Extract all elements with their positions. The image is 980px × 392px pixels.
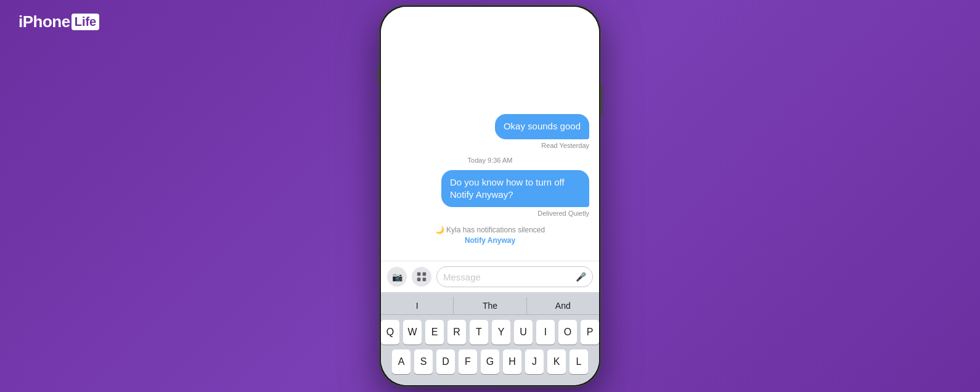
brand-logo: iPhone Life	[18, 12, 99, 31]
key-h[interactable]: H	[503, 349, 521, 374]
brand-life-text: Life	[75, 15, 97, 28]
key-g[interactable]: G	[481, 349, 499, 374]
camera-icon[interactable]: 📷	[387, 267, 407, 287]
key-r[interactable]: R	[447, 320, 466, 345]
apps-icon[interactable]	[412, 267, 431, 287]
silence-text: 🌙 Kyla has notifications silenced	[435, 226, 545, 234]
key-e[interactable]: E	[425, 320, 444, 345]
keyboard-row-1: Q W E R T Y U I O P	[381, 320, 599, 345]
key-q[interactable]: Q	[381, 320, 399, 345]
microphone-icon[interactable]: 🎤	[576, 272, 586, 282]
message-bubble-2: Do you know how to turn off Notify Anywa…	[441, 170, 589, 208]
message-1-status: Read Yesterday	[541, 142, 589, 149]
key-a[interactable]: A	[392, 349, 410, 374]
silence-notification: 🌙 Kyla has notifications silenced Notify…	[391, 226, 589, 245]
suggestion-i[interactable]: I	[381, 297, 454, 314]
timestamp: Today 9:36 AM	[391, 157, 589, 164]
messages-area: Okay sounds good Read Yesterday Today 9:…	[381, 7, 599, 261]
key-y[interactable]: Y	[492, 320, 510, 345]
key-u[interactable]: U	[514, 320, 533, 345]
phone-frame: Okay sounds good Read Yesterday Today 9:…	[379, 5, 601, 387]
key-s[interactable]: S	[414, 349, 433, 374]
keyboard-area: I The And Q W E R T Y U I O P A S D	[381, 292, 599, 385]
key-o[interactable]: O	[558, 320, 577, 345]
phone-screen: Okay sounds good Read Yesterday Today 9:…	[381, 7, 599, 385]
key-w[interactable]: W	[403, 320, 422, 345]
notify-anyway-link[interactable]: Notify Anyway	[465, 236, 515, 245]
svg-rect-1	[423, 272, 427, 276]
svg-rect-3	[423, 278, 427, 282]
suggestion-and[interactable]: And	[527, 297, 599, 314]
key-d[interactable]: D	[436, 349, 455, 374]
brand-life-box: Life	[71, 14, 100, 30]
suggestion-the[interactable]: The	[454, 297, 526, 314]
message-2-status: Delivered Quietly	[537, 210, 589, 217]
brand-iphone-text: iPhone	[18, 12, 70, 31]
message-2-text: Do you know how to turn off Notify Anywa…	[450, 177, 565, 200]
svg-rect-2	[417, 278, 421, 282]
message-placeholder: Message	[443, 272, 572, 282]
key-p[interactable]: P	[581, 320, 599, 345]
key-j[interactable]: J	[525, 349, 544, 374]
key-l[interactable]: L	[570, 349, 588, 374]
key-i[interactable]: I	[536, 320, 555, 345]
keyboard-row-2: A S D F G H J K L	[381, 349, 599, 374]
key-f[interactable]: F	[459, 349, 477, 374]
svg-rect-0	[417, 272, 421, 276]
keyboard-suggestions: I The And	[381, 297, 599, 315]
message-1-text: Okay sounds good	[504, 121, 581, 131]
key-k[interactable]: K	[547, 349, 566, 374]
message-input-box[interactable]: Message 🎤	[436, 266, 593, 287]
key-t[interactable]: T	[470, 320, 488, 345]
message-bubble-1: Okay sounds good	[495, 114, 589, 139]
message-input-area: 📷 Message 🎤	[381, 261, 599, 292]
